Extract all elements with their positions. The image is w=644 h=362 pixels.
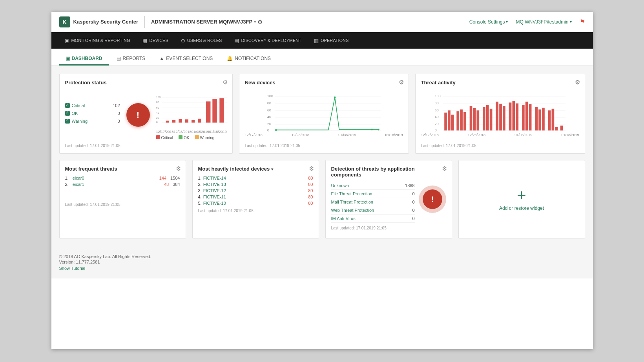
mhid-link-3[interactable]: FICTIVE-12 [203,188,226,193]
mft-last-updated: Last updated: 17.01.2019 21:05 [65,202,180,207]
mhid-count-1: 80 [308,176,313,180]
svg-text:20: 20 [156,116,159,119]
svg-rect-15 [185,119,188,122]
reports-icon: ▤ [117,56,121,61]
dt-file-link[interactable]: File Threat Protection [331,191,372,196]
critical-checkbox-icon [65,103,70,108]
svg-rect-12 [166,121,169,123]
svg-text:0: 0 [267,128,269,132]
dt-row-mail: Mail Threat Protection 0 [331,198,415,206]
mhid-title: Most heavily infected devices ▾ [198,166,313,172]
mft-item-1: 1. eicar0 144 1504 [65,176,180,180]
show-tutorial-link[interactable]: Show Tutorial [59,266,86,271]
svg-rect-62 [499,104,502,131]
svg-text:0: 0 [156,121,158,124]
widget-protection-status: Protection status ⚙ Critical 102 OK 0 [59,74,233,154]
dt-web-link[interactable]: Web Threat Protection [331,208,374,213]
mhid-count-4: 80 [308,195,313,199]
dt-row-web: Web Threat Protection 0 [331,206,415,215]
dt-im-link[interactable]: IM Anti-Virus [331,216,356,221]
protection-status-gear-icon[interactable]: ⚙ [223,79,228,86]
tab-event-selections[interactable]: ▲ EVENT SELECTIONS [153,48,219,65]
add-restore-widget[interactable]: + Add or restore widget [458,160,585,238]
dt-unknown-count: 1888 [405,183,414,188]
server-gear-icon[interactable]: ⚙ [257,19,263,25]
widget-detection-threats: Detection of threats by application comp… [325,160,452,238]
svg-text:60: 60 [156,106,159,109]
mft-list: 1. eicar0 144 1504 2. eicar1 48 384 [65,176,180,187]
mhid-item-2: 2. FICTIVE-13 80 [198,182,313,187]
mhid-item-3: 3. FICTIVE-12 80 [198,188,313,193]
svg-text:60: 60 [267,108,271,112]
nav-users-roles[interactable]: ⊙ USERS & ROLES [175,32,228,49]
mhid-link-1[interactable]: FICTIVE-14 [203,176,226,180]
flag-icon[interactable]: ⚑ [580,18,585,25]
critical-link[interactable]: Critical [72,103,85,108]
mhid-link-5[interactable]: FICTIVE-10 [203,201,226,206]
mhid-dropdown-arrow[interactable]: ▾ [271,167,273,171]
nav-monitoring[interactable]: ▣ MONITORING & REPORTING [59,32,136,49]
ps-legend: Critical 102 OK 0 Warning 0 [65,103,120,127]
mft-title: Most frequent threats [65,166,180,172]
tab-dashboard[interactable]: ▣ DASHBOARD [59,48,109,65]
widget-threat-activity: Threat activity ⚙ 100 80 60 40 20 0 [415,74,585,154]
svg-rect-17 [198,119,201,123]
nav-operations[interactable]: ▥ OPERATIONS [308,32,354,49]
warning-checkbox-icon [65,119,70,124]
console-settings-link[interactable]: Console Settings ▾ [469,19,508,25]
svg-rect-13 [172,120,175,123]
dt-gear-icon[interactable]: ⚙ [442,165,447,172]
ps-chart-area: 100 80 60 40 20 0 [156,90,227,140]
mhid-link-4[interactable]: FICTIVE-11 [203,195,226,199]
svg-rect-73 [548,110,551,130]
critical-legend-dot [156,135,160,139]
widget-most-infected-devices: Most heavily infected devices ▾ ⚙ 1. FIC… [192,160,319,238]
new-devices-last-updated: Last updated: 17.01.2019 21:05 [245,144,403,148]
svg-rect-55 [469,106,472,130]
add-widget-label: Add or restore widget [499,206,544,211]
svg-rect-76 [560,126,563,130]
exclamation-icon: ! [137,110,139,120]
ok-link[interactable]: OK [72,111,78,116]
svg-text:20: 20 [267,122,271,126]
mft-gear-icon[interactable]: ⚙ [176,165,181,172]
tab-notifications[interactable]: 🔔 NOTIFICATIONS [221,48,277,65]
mft-link-2[interactable]: eicar1 [73,182,84,187]
svg-text:20: 20 [434,122,438,126]
svg-text:40: 40 [156,111,159,114]
warning-count: 0 [108,119,120,124]
svg-rect-70 [535,107,538,131]
users-icon: ⊙ [181,38,185,44]
mft-count1-1: 144 [159,176,166,180]
tab-reports[interactable]: ▤ REPORTS [110,48,152,65]
new-devices-gear-icon[interactable]: ⚙ [399,79,404,86]
dt-unknown-link[interactable]: Unknown [331,183,349,188]
event-selections-icon: ▲ [159,56,164,61]
dt-web-count: 0 [412,208,414,213]
gauge-outer: ! [419,186,446,213]
new-devices-chart-area: 100 80 60 40 20 0 [245,89,403,140]
svg-rect-57 [476,110,479,130]
ps-warning-item: Warning 0 [65,119,120,124]
mhid-count-3: 80 [308,188,313,193]
threat-activity-gear-icon[interactable]: ⚙ [575,79,580,86]
svg-rect-61 [496,102,498,130]
user-menu-link[interactable]: MQIWNVJ3FP\testadmin ▾ [516,19,571,25]
svg-point-35 [371,129,372,130]
mhid-link-2[interactable]: FICTIVE-13 [203,182,226,187]
mhid-last-updated: Last updated: 17.01.2019 21:05 [198,209,313,213]
svg-rect-52 [456,111,459,131]
svg-text:40: 40 [434,115,438,119]
ps-chart-x-labels: 12/17/2018 12/28/2018 01/08/2019 01/18/2… [156,130,227,134]
warning-link[interactable]: Warning [72,119,88,124]
mhid-gear-icon[interactable]: ⚙ [309,165,314,172]
mft-link-1[interactable]: eicar0 [73,176,84,180]
nav-devices[interactable]: ▦ DEVICES [137,32,173,49]
main-content: Protection status ⚙ Critical 102 OK 0 [51,66,593,246]
page-footer: © 2018 AO Kaspersky Lab. All Rights Rese… [51,246,593,278]
dt-row-unknown: Unknown 1888 [331,182,415,190]
nav-discovery[interactable]: ▤ DISCOVERY & DEPLOYMENT [229,32,307,49]
app-title: Kaspersky Security Center [73,19,138,25]
dt-mail-link[interactable]: Mail Threat Protection [331,200,373,204]
nav-bar: ▣ MONITORING & REPORTING ▦ DEVICES ⊙ USE… [51,32,593,49]
